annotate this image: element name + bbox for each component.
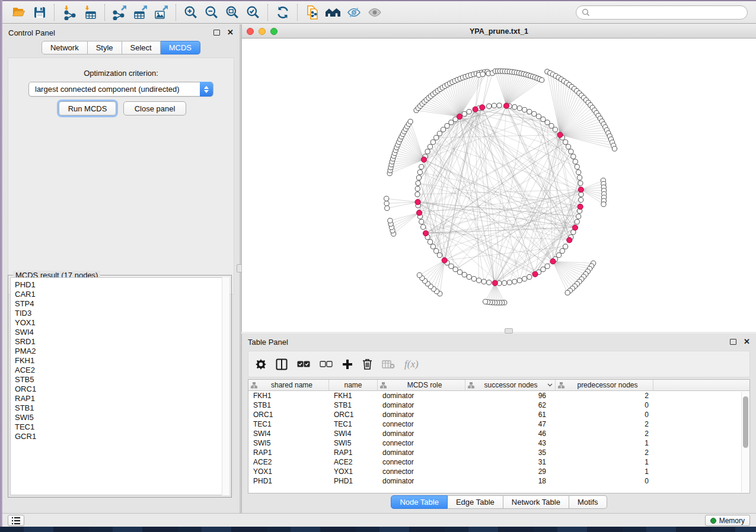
table-cell[interactable]: 1: [556, 467, 653, 476]
hide-selected-button[interactable]: [343, 4, 364, 21]
table-row[interactable]: ACE2ACE2connector311: [248, 457, 749, 467]
table-cell[interactable]: FKH1: [248, 391, 329, 400]
table-cell[interactable]: 31: [465, 457, 556, 467]
table-cell[interactable]: STB1: [329, 400, 378, 410]
table-cell[interactable]: 43: [465, 438, 556, 448]
table-row[interactable]: PHD1PHD1dominator180: [248, 476, 749, 486]
table-cell[interactable]: connector: [378, 457, 465, 467]
float-table-panel-icon[interactable]: [730, 339, 736, 345]
table-cell[interactable]: 2: [556, 448, 653, 457]
table-cell[interactable]: 35: [465, 448, 556, 457]
table-scrollbar[interactable]: [741, 392, 749, 492]
table-row[interactable]: FKH1FKH1dominator962: [248, 391, 749, 400]
delete-column-button[interactable]: [362, 357, 372, 372]
mcds-result-list[interactable]: PHD1CAR1STP4TID3YOX1SWI4SRD1PMA2FKH1ACE2…: [10, 277, 229, 495]
close-panel-button[interactable]: Close panel: [123, 101, 186, 116]
table-cell[interactable]: 29: [465, 467, 556, 476]
column-header-name[interactable]: name: [329, 380, 378, 390]
mcds-result-item[interactable]: TID3: [11, 309, 229, 318]
table-row[interactable]: TEC1TEC1connector472: [248, 419, 749, 429]
table-tab-edge-table[interactable]: Edge Table: [448, 495, 503, 509]
search-field[interactable]: [576, 5, 748, 20]
table-cell[interactable]: RAP1: [329, 448, 378, 457]
close-panel-icon[interactable]: ✕: [227, 30, 234, 36]
network-canvas[interactable]: [242, 39, 756, 332]
refresh-button[interactable]: [272, 4, 293, 21]
table-cell[interactable]: connector: [378, 438, 465, 448]
table-cell[interactable]: RAP1: [248, 448, 329, 457]
mcds-result-item[interactable]: SWI4: [11, 328, 229, 337]
search-input[interactable]: [594, 7, 742, 18]
table-cell[interactable]: TEC1: [248, 419, 329, 429]
table-cell[interactable]: 1: [556, 457, 653, 467]
close-table-panel-icon[interactable]: ✕: [744, 339, 750, 345]
save-button[interactable]: [29, 4, 50, 21]
table-tab-motifs[interactable]: Motifs: [569, 495, 607, 509]
table-row[interactable]: RAP1RAP1dominator352: [248, 448, 749, 457]
mcds-result-item[interactable]: SRD1: [11, 337, 229, 347]
tab-select[interactable]: Select: [122, 41, 161, 55]
mcds-result-item[interactable]: SWI5: [11, 413, 229, 422]
export-table-button[interactable]: [130, 4, 151, 21]
table-cell[interactable]: PHD1: [329, 476, 378, 486]
zoom-fit-button[interactable]: [222, 4, 243, 21]
table-cell[interactable]: 46: [465, 429, 556, 438]
column-header-mcds-role[interactable]: MCDS role: [378, 380, 465, 390]
memory-button[interactable]: Memory: [705, 515, 750, 526]
table-cell[interactable]: TEC1: [329, 419, 378, 429]
mcds-result-item[interactable]: STP4: [11, 299, 229, 309]
mcds-result-item[interactable]: STB5: [11, 375, 229, 384]
table-row[interactable]: SWI5SWI5connector431: [248, 438, 749, 448]
criterion-select[interactable]: largest connected component (undirected): [28, 82, 213, 97]
mcds-result-item[interactable]: YOX1: [11, 318, 229, 328]
table-row[interactable]: YOX1YOX1connector291: [248, 467, 749, 476]
column-header-predecessor-nodes[interactable]: predecessor nodes: [556, 380, 653, 390]
table-row[interactable]: STB1STB1dominator620: [248, 400, 749, 410]
table-cell[interactable]: 2: [556, 419, 653, 429]
table-cell[interactable]: YOX1: [248, 467, 329, 476]
table-cell[interactable]: dominator: [378, 476, 465, 486]
mcds-result-item[interactable]: GCR1: [11, 432, 229, 441]
mcds-list-scrollbar[interactable]: [222, 277, 229, 495]
table-cell[interactable]: 61: [465, 410, 556, 419]
add-column-button[interactable]: [342, 357, 353, 372]
float-panel-icon[interactable]: [213, 30, 220, 36]
mcds-result-item[interactable]: STB1: [11, 403, 229, 413]
column-header-successor-nodes[interactable]: successor nodes: [465, 380, 556, 390]
table-cell[interactable]: 2: [556, 391, 653, 400]
horizontal-splitter-grip[interactable]: [505, 328, 513, 334]
table-row[interactable]: SWI4SWI4dominator462: [248, 429, 749, 438]
table-cell[interactable]: FKH1: [329, 391, 378, 400]
run-mcds-button[interactable]: Run MCDS: [59, 101, 116, 116]
table-cell[interactable]: 1: [556, 438, 653, 448]
toggle-panel-layout-button[interactable]: [276, 357, 288, 372]
table-cell[interactable]: 18: [465, 476, 556, 486]
tab-style[interactable]: Style: [88, 41, 122, 55]
table-cell[interactable]: ORC1: [329, 410, 378, 419]
table-cell[interactable]: 96: [465, 391, 556, 400]
import-table-button[interactable]: [79, 4, 100, 21]
tab-network[interactable]: Network: [42, 41, 88, 55]
mcds-result-item[interactable]: TEC1: [11, 422, 229, 432]
table-cell[interactable]: ACE2: [248, 457, 329, 467]
table-cell[interactable]: 62: [465, 400, 556, 410]
mcds-result-item[interactable]: FKH1: [11, 356, 229, 366]
table-scrollbar-thumb[interactable]: [743, 396, 748, 448]
table-cell[interactable]: SWI5: [329, 438, 378, 448]
table-cell[interactable]: SWI4: [248, 429, 329, 438]
table-cell[interactable]: dominator: [378, 410, 465, 419]
import-network-button[interactable]: [59, 4, 79, 21]
table-cell[interactable]: SWI4: [329, 429, 378, 438]
first-neighbors-button[interactable]: [323, 4, 343, 21]
table-cell[interactable]: SWI5: [248, 438, 329, 448]
mcds-result-item[interactable]: PMA2: [11, 347, 229, 356]
zoom-in-button[interactable]: [180, 4, 201, 21]
select-all-columns-button[interactable]: [297, 357, 310, 372]
table-cell[interactable]: dominator: [378, 429, 465, 438]
table-cell[interactable]: connector: [378, 467, 465, 476]
table-cell[interactable]: PHD1: [248, 476, 329, 486]
mcds-result-item[interactable]: PHD1: [11, 280, 229, 290]
table-cell[interactable]: 2: [556, 429, 653, 438]
table-cell[interactable]: connector: [378, 419, 465, 429]
export-network-button[interactable]: [109, 4, 130, 21]
